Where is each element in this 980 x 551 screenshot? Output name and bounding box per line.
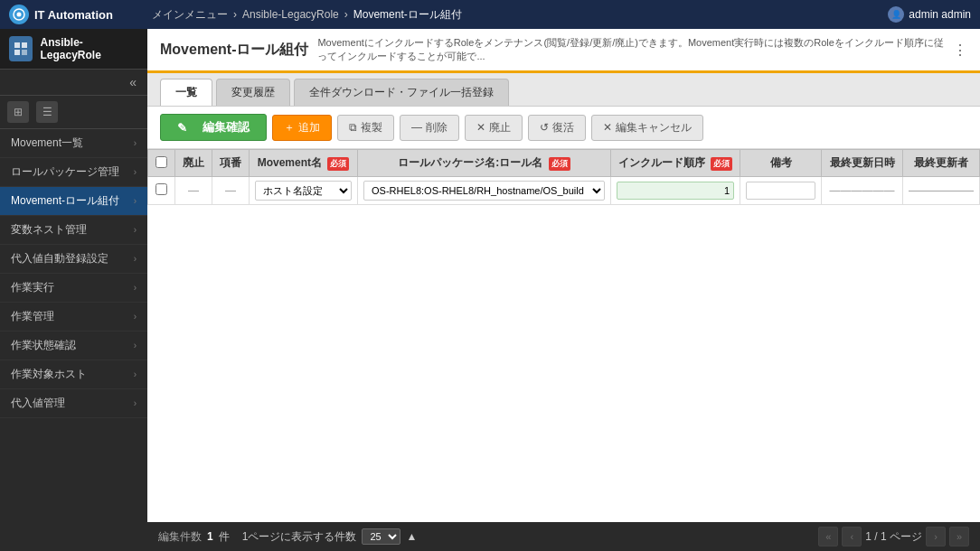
breadcrumb-sep2: › bbox=[344, 8, 348, 21]
arrow-icon: › bbox=[134, 196, 137, 206]
cancel-icon: ✕ bbox=[603, 121, 612, 134]
col-memo: 備考 bbox=[740, 150, 822, 177]
copy-button[interactable]: ⧉ 複製 bbox=[337, 115, 394, 141]
svg-rect-5 bbox=[22, 50, 27, 55]
arrow-icon: › bbox=[134, 254, 137, 264]
sidebar-toggle-row: « bbox=[0, 70, 147, 96]
app-logo: IT Automation bbox=[9, 5, 145, 24]
arrow-icon: › bbox=[134, 167, 137, 177]
include-order-input[interactable] bbox=[617, 182, 734, 200]
prev-page-button[interactable]: ‹ bbox=[842, 527, 862, 546]
sidebar-item-work-exec[interactable]: 作業実行 › bbox=[0, 274, 147, 303]
svg-rect-2 bbox=[14, 42, 20, 48]
row-update-user-cell: —————— bbox=[903, 177, 980, 205]
user-icon: 👤 bbox=[888, 6, 904, 23]
page-title: Movement-ロール組付 bbox=[160, 41, 308, 60]
edit-count-unit: 件 bbox=[219, 529, 230, 545]
per-page: 1ページに表示する件数 25 ▲ bbox=[242, 528, 418, 545]
restore-icon: ↺ bbox=[540, 121, 549, 134]
svg-rect-4 bbox=[14, 50, 20, 55]
row-checkbox-cell bbox=[148, 177, 175, 205]
sidebar-item-movement-role[interactable]: Movement-ロール組付 › bbox=[0, 187, 147, 216]
delete-button[interactable]: — 削除 bbox=[400, 115, 459, 141]
col-update-user: 最終更新者 bbox=[903, 150, 980, 177]
topbar: IT Automation メインメニュー › Ansible-LegacyRo… bbox=[0, 0, 980, 29]
arrow-icon: › bbox=[134, 398, 137, 408]
sidebar-list-icon[interactable]: ☰ bbox=[36, 101, 58, 123]
copy-icon: ⧉ bbox=[349, 121, 357, 134]
per-page-label: 1ページに表示する件数 bbox=[242, 529, 357, 545]
row-include-cell bbox=[610, 177, 740, 205]
table-row: — — ホスト名設定 OS-RHEL8:OS-RHEL8/RH bbox=[148, 177, 980, 205]
breadcrumb-current: Movement-ロール組付 bbox=[353, 7, 462, 23]
required-badge: 必須 bbox=[549, 157, 570, 171]
sidebar-item-substitute-manage[interactable]: 代入値管理 › bbox=[0, 389, 147, 418]
breadcrumb-menu[interactable]: メインメニュー bbox=[152, 7, 228, 23]
app-title: IT Automation bbox=[34, 8, 113, 22]
disable-button[interactable]: ✕ 廃止 bbox=[465, 115, 523, 141]
page-info: 1 / 1 ページ bbox=[865, 529, 922, 545]
per-page-select[interactable]: 25 bbox=[362, 528, 400, 545]
first-page-button[interactable]: « bbox=[818, 527, 838, 546]
sidebar-title: Ansible-LegacyRole bbox=[40, 36, 138, 61]
plus-icon: ＋ bbox=[284, 120, 295, 135]
tab-download[interactable]: 全件ダウンロード・ファイル一括登録 bbox=[294, 79, 509, 106]
sidebar-grid-icon[interactable]: ⊞ bbox=[7, 101, 29, 123]
col-include-order: インクルード順序 必須 bbox=[610, 150, 740, 177]
col-update-date: 最終更新日時 bbox=[822, 150, 903, 177]
sidebar-item-work-status[interactable]: 作業状態確認 › bbox=[0, 332, 147, 360]
tab-history[interactable]: 変更履歴 bbox=[216, 79, 290, 106]
edit-count-label: 編集件数 bbox=[158, 529, 202, 545]
movement-select[interactable]: ホスト名設定 bbox=[255, 181, 352, 201]
toolbar: ✎ 編集確認 ＋ 追加 ⧉ 複製 — 削除 ✕ 廃止 ↺ 復活 bbox=[147, 107, 980, 149]
sidebar: Ansible-LegacyRole « ⊞ ☰ Movement一覧 › ロー… bbox=[0, 29, 147, 551]
sidebar-item-movement-list[interactable]: Movement一覧 › bbox=[0, 129, 147, 158]
restore-button[interactable]: ↺ 復活 bbox=[528, 115, 586, 141]
sidebar-collapse-button[interactable]: « bbox=[126, 73, 140, 91]
row-disable-cell: — bbox=[175, 177, 212, 205]
sidebar-item-work-host[interactable]: 作業対象ホスト › bbox=[0, 360, 147, 389]
footer: 編集件数 1 件 1ページに表示する件数 25 ▲ « ‹ 1 / 1 ページ … bbox=[147, 522, 980, 551]
row-checkbox[interactable] bbox=[155, 183, 167, 195]
col-checkbox bbox=[148, 150, 175, 177]
breadcrumb: メインメニュー › Ansible-LegacyRole › Movement-… bbox=[152, 7, 881, 23]
more-options-icon[interactable]: ⋮ bbox=[953, 42, 967, 59]
edit-count: 編集件数 1 件 bbox=[158, 529, 230, 545]
col-disable: 廃止 bbox=[175, 150, 212, 177]
tab-bar: 一覧 変更履歴 全件ダウンロード・ファイル一括登録 bbox=[147, 73, 980, 107]
breadcrumb-app[interactable]: Ansible-LegacyRole bbox=[242, 8, 339, 21]
row-movement-cell: ホスト名設定 bbox=[250, 177, 358, 205]
arrow-icon: › bbox=[134, 138, 137, 148]
row-update-date-cell: —————— bbox=[822, 177, 903, 205]
confirm-icon: ✎ bbox=[177, 121, 187, 135]
select-all-checkbox[interactable] bbox=[155, 156, 167, 168]
data-table: 廃止 項番 Movement名 必須 ロールパッケージ名:ロール名 必須 bbox=[147, 149, 980, 205]
edit-count-value: 1 bbox=[207, 530, 213, 543]
arrow-icon: › bbox=[134, 341, 137, 350]
arrow-icon: › bbox=[134, 225, 137, 235]
tab-list[interactable]: 一覧 bbox=[160, 79, 212, 106]
sidebar-item-variable-nest[interactable]: 変数ネスト管理 › bbox=[0, 216, 147, 245]
add-button[interactable]: ＋ 追加 bbox=[272, 115, 332, 141]
sidebar-app-icon bbox=[9, 36, 33, 61]
arrow-icon: › bbox=[134, 283, 137, 293]
data-table-container: 廃止 項番 Movement名 必須 ロールパッケージ名:ロール名 必須 bbox=[147, 149, 980, 522]
sidebar-item-role-package[interactable]: ロールパッケージ管理 › bbox=[0, 158, 147, 187]
sidebar-icons: ⊞ ☰ bbox=[0, 96, 147, 129]
cancel-button[interactable]: ✕ 編集キャンセル bbox=[591, 115, 703, 141]
row-index-cell: — bbox=[212, 177, 250, 205]
user-menu[interactable]: 👤 admin admin bbox=[888, 6, 971, 23]
logo-icon bbox=[9, 5, 29, 24]
confirm-button[interactable]: ✎ 編集確認 bbox=[160, 114, 267, 141]
delete-icon: — bbox=[411, 121, 422, 134]
sidebar-item-work-manage[interactable]: 作業管理 › bbox=[0, 303, 147, 332]
memo-input[interactable] bbox=[746, 182, 815, 200]
last-page-button[interactable]: » bbox=[949, 527, 969, 546]
next-page-button[interactable]: › bbox=[926, 527, 946, 546]
sidebar-item-substitute-auto[interactable]: 代入値自動登録設定 › bbox=[0, 245, 147, 274]
col-role: ロールパッケージ名:ロール名 必須 bbox=[358, 150, 611, 177]
row-memo-cell bbox=[740, 177, 822, 205]
content-area: Movement-ロール組付 MovementにインクルードするRoleをメンテ… bbox=[147, 29, 980, 551]
role-select[interactable]: OS-RHEL8:OS-RHEL8/RH_hostname/OS_build bbox=[363, 181, 605, 201]
col-movement: Movement名 必須 bbox=[250, 150, 358, 177]
